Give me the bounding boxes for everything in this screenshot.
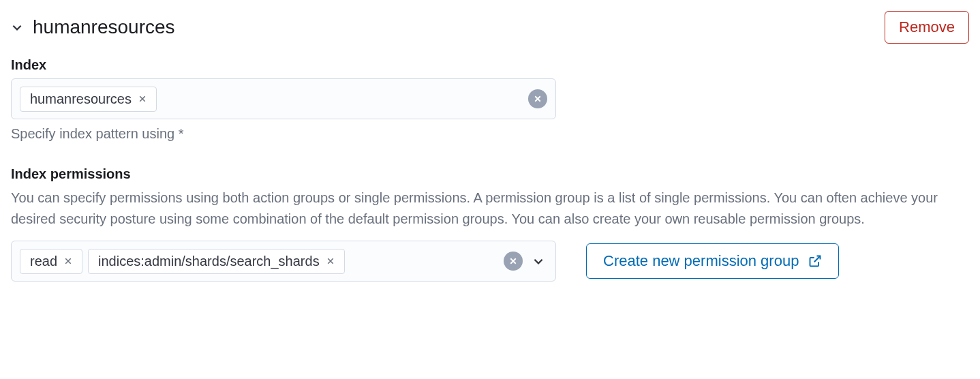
permission-tag-label: read [30,254,57,269]
section-header: humanresources Remove [11,11,969,44]
index-tag[interactable]: humanresources [20,87,157,112]
permission-tag-label: indices:admin/shards/search_shards [98,254,320,269]
permission-tag[interactable]: read [20,249,82,274]
section-title: humanresources [33,16,175,38]
permissions-description: You can specify permissions using both a… [11,187,969,230]
permissions-input-controls [504,252,545,271]
index-helper-text: Specify index pattern using * [11,126,969,142]
permission-tag[interactable]: indices:admin/shards/search_shards [88,249,345,274]
close-icon[interactable] [326,257,335,265]
remove-button[interactable]: Remove [885,11,969,44]
index-section: Index humanresources Specify index patte… [11,57,969,142]
permissions-input[interactable]: read indices:admin/shards/search_shards [11,241,556,282]
external-link-icon [808,254,822,268]
index-input[interactable]: humanresources [11,78,556,119]
clear-all-icon[interactable] [528,89,547,108]
chevron-down-icon[interactable] [532,255,545,267]
create-permission-group-label: Create new permission group [603,252,799,270]
permissions-section: Index permissions You can specify permis… [11,166,969,282]
permissions-row: read indices:admin/shards/search_shards [11,241,969,282]
header-left: humanresources [11,16,175,38]
close-icon[interactable] [64,257,72,265]
permissions-label: Index permissions [11,166,969,182]
index-label: Index [11,57,969,73]
index-tag-label: humanresources [30,91,132,107]
clear-all-icon[interactable] [504,252,523,271]
chevron-down-icon[interactable] [11,21,23,33]
create-permission-group-button[interactable]: Create new permission group [586,243,839,279]
close-icon[interactable] [138,95,147,103]
